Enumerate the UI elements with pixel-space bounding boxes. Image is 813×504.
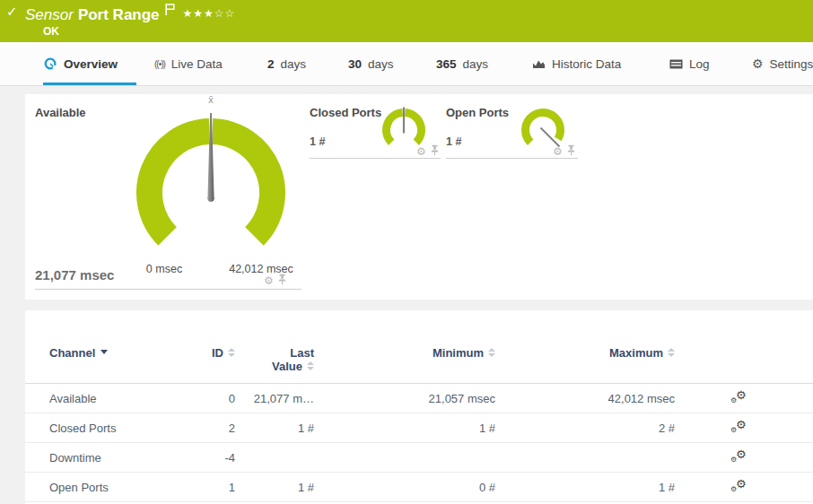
channel-row-downtime: Downtime -4 ⚙⚙ bbox=[25, 443, 813, 473]
prtg-sensor-page: ✓ SensorPort Range★★★☆☆ OK Overview ((•)… bbox=[0, 0, 813, 504]
tab-2-days[interactable]: 2 days bbox=[267, 42, 306, 85]
tab-number: 365 bbox=[436, 57, 457, 71]
flag-icon[interactable] bbox=[165, 3, 176, 20]
tab-365-days[interactable]: 365 days bbox=[436, 42, 488, 85]
active-tab-underline bbox=[43, 83, 136, 85]
gear-icon: ⚙ bbox=[730, 486, 737, 493]
divider bbox=[310, 158, 441, 159]
gear-icon: ⚙ bbox=[730, 427, 737, 434]
tab-overview[interactable]: Overview bbox=[43, 42, 136, 85]
divider bbox=[35, 289, 302, 290]
column-header-actions bbox=[675, 346, 813, 383]
sensor-titlebar: ✓ SensorPort Range★★★☆☆ OK bbox=[0, 0, 813, 42]
column-header-minimum[interactable]: Minimum bbox=[314, 346, 495, 383]
gauge-settings-gear-icon[interactable]: ⚙ bbox=[553, 146, 563, 157]
channel-row-closed-ports: Closed Ports 2 1 # 1 # 2 # ⚙⚙ bbox=[25, 413, 813, 443]
gauge-current-value: 1 # bbox=[310, 135, 325, 148]
channel-id: 2 bbox=[175, 421, 235, 435]
channel-name: Available bbox=[49, 392, 175, 405]
column-header-maximum[interactable]: Maximum bbox=[495, 346, 675, 383]
channel-last-value: 1 # bbox=[235, 481, 314, 494]
gauge-title: Open Ports bbox=[446, 106, 509, 119]
channel-name: Closed Ports bbox=[49, 421, 175, 435]
channel-settings-gears-icon[interactable]: ⚙⚙ bbox=[730, 450, 748, 465]
tab-live-data[interactable]: ((•)) Live Data bbox=[154, 42, 223, 85]
channel-settings-gears-icon[interactable]: ⚙⚙ bbox=[730, 421, 748, 435]
gauge-controls: ⚙ bbox=[264, 273, 287, 289]
sort-icon bbox=[307, 361, 314, 373]
tab-30-days[interactable]: 30 days bbox=[348, 42, 394, 85]
sort-icon bbox=[488, 348, 495, 357]
channel-id: -4 bbox=[175, 451, 235, 465]
tab-number: 30 bbox=[348, 57, 362, 71]
tab-label: days bbox=[281, 57, 307, 71]
channel-maximum: 2 # bbox=[495, 421, 675, 435]
tab-label: Live Data bbox=[171, 57, 223, 71]
tab-settings[interactable]: ⚙ Settings bbox=[752, 42, 813, 85]
live-data-icon: ((•)) bbox=[154, 59, 165, 69]
gear-icon: ⚙ bbox=[730, 456, 737, 464]
gear-icon: ⚙ bbox=[736, 448, 747, 460]
priority-stars[interactable]: ★★★☆☆ bbox=[183, 7, 236, 20]
gauge-current-value: 1 # bbox=[446, 135, 461, 148]
column-header-last-value[interactable]: Last Value bbox=[235, 346, 314, 383]
gauges-panel: Available x̄ 0 msec 42,012 msec 21,077 m… bbox=[25, 94, 813, 300]
gauge-min-label: 0 msec bbox=[146, 263, 182, 275]
channel-last-value: 1 # bbox=[235, 421, 314, 435]
column-label: ID bbox=[212, 346, 223, 360]
channel-settings-gears-icon[interactable]: ⚙⚙ bbox=[730, 391, 748, 405]
divider bbox=[446, 158, 578, 159]
channel-name: Downtime bbox=[49, 451, 175, 465]
gauge-title: Closed Ports bbox=[310, 106, 381, 119]
channel-table-panel: Channel ID Last Value Minimum Maximum bbox=[25, 310, 813, 504]
channel-table-header: Channel ID Last Value Minimum Maximum bbox=[25, 310, 813, 384]
column-label: Last bbox=[272, 346, 314, 360]
tab-historic-data[interactable]: Historic Data bbox=[532, 42, 621, 85]
sensor-status-badge: OK bbox=[43, 25, 59, 38]
channel-maximum: 42,012 msec bbox=[495, 392, 675, 405]
gauge-settings-gear-icon[interactable]: ⚙ bbox=[416, 146, 426, 157]
historic-chart-icon bbox=[532, 58, 546, 69]
tab-label: days bbox=[368, 57, 394, 71]
gear-icon: ⚙ bbox=[736, 389, 747, 401]
gauge-closed-ports: Closed Ports 1 # ⚙ bbox=[310, 94, 441, 300]
gauge-current-value: 21,077 msec bbox=[35, 267, 114, 282]
object-kind-label: Sensor bbox=[25, 6, 74, 23]
column-header-id[interactable]: ID bbox=[175, 346, 235, 383]
channel-row-open-ports: Open Ports 1 1 # 0 # 1 # ⚙⚙ bbox=[25, 473, 813, 502]
tab-label: Historic Data bbox=[552, 57, 621, 71]
column-label: Channel bbox=[49, 346, 95, 360]
column-header-channel[interactable]: Channel bbox=[49, 346, 175, 383]
tab-label: Settings bbox=[770, 57, 813, 71]
tab-number: 2 bbox=[267, 57, 275, 71]
channel-settings-gears-icon[interactable]: ⚙⚙ bbox=[730, 480, 748, 494]
column-label: Value bbox=[272, 360, 302, 373]
channel-id: 1 bbox=[175, 481, 235, 494]
tab-bar: Overview ((•)) Live Data 2 days 30 days … bbox=[0, 42, 813, 86]
tab-label: days bbox=[463, 57, 489, 71]
channel-minimum: 0 # bbox=[314, 481, 495, 494]
gauge-open-ports: Open Ports 1 # ⚙ bbox=[446, 94, 579, 300]
sort-icon bbox=[228, 348, 235, 357]
sensor-name: Port Range bbox=[78, 6, 160, 23]
channel-row-available: Available 0 21,077 m… 21,057 msec 42,012… bbox=[25, 384, 813, 413]
gauge-settings-gear-icon[interactable]: ⚙ bbox=[264, 275, 274, 286]
sensor-title-line: SensorPort Range★★★☆☆ bbox=[25, 3, 235, 24]
channel-id: 0 bbox=[175, 392, 235, 405]
tab-log[interactable]: Log bbox=[669, 42, 710, 85]
gauge-pin-icon[interactable] bbox=[277, 273, 287, 289]
gear-icon: ⚙ bbox=[730, 397, 737, 404]
gear-icon: ⚙ bbox=[736, 419, 747, 430]
available-gauge-dial bbox=[121, 94, 301, 282]
sort-caret-down-icon bbox=[101, 350, 108, 354]
channel-minimum: 1 # bbox=[314, 421, 495, 435]
status-ok-check-icon: ✓ bbox=[6, 4, 18, 20]
column-label: Maximum bbox=[609, 346, 663, 360]
sort-icon bbox=[668, 348, 675, 357]
log-list-icon bbox=[669, 59, 683, 69]
channel-name: Open Ports bbox=[49, 481, 175, 494]
tab-label: Overview bbox=[64, 57, 118, 71]
gauge-title: Available bbox=[35, 106, 86, 119]
tab-label: Log bbox=[689, 57, 710, 71]
gear-icon: ⚙ bbox=[736, 478, 747, 490]
